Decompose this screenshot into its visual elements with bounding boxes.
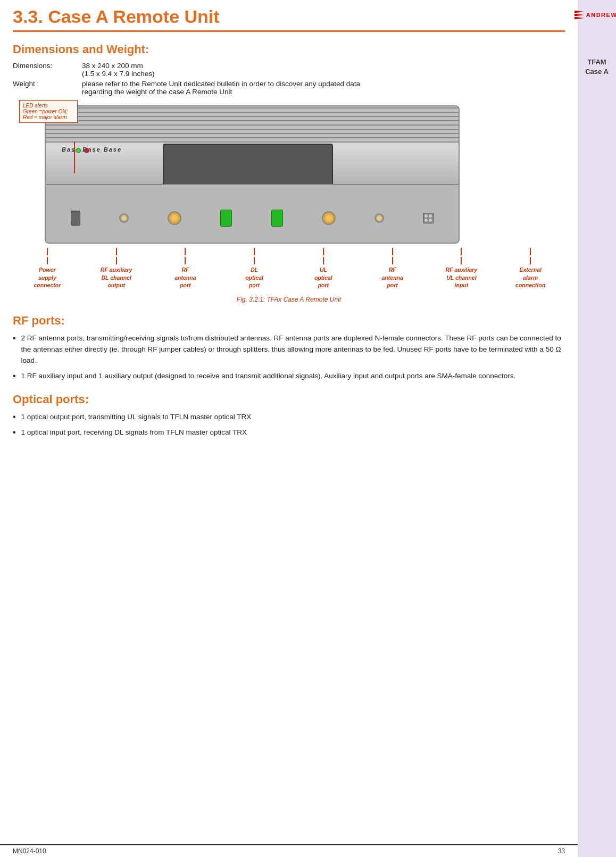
alarm-icon bbox=[423, 213, 434, 223]
display-area bbox=[163, 144, 333, 186]
footer-left: MN024-010 bbox=[13, 847, 46, 855]
optical-section-title: Optical ports: bbox=[13, 393, 565, 406]
ul-optical-connector bbox=[271, 210, 283, 227]
dl-optical-connector bbox=[220, 210, 232, 227]
brand-text: Base Base Base bbox=[62, 146, 122, 153]
port-label-2: RFantennaport bbox=[151, 248, 220, 289]
dim-label: Dimensions: bbox=[13, 62, 82, 78]
led-green bbox=[76, 148, 81, 153]
optical-bullet-2: 1 optical input port, receiving DL signa… bbox=[13, 427, 565, 438]
dl-optical-icon bbox=[220, 210, 232, 227]
dim-value1: 38 x 240 x 200 mm bbox=[82, 62, 155, 70]
optical-bullet-2-text: 1 optical input port, receiving DL signa… bbox=[21, 427, 247, 438]
port-label-0: Powersupplyconnector bbox=[13, 248, 82, 289]
sidebar-section-label: TFAM Case A bbox=[585, 57, 609, 77]
rf-aux-dl-connector bbox=[119, 213, 129, 223]
optical-bullet-1-text: 1 optical output port, transmitting UL s… bbox=[21, 412, 252, 423]
led-area bbox=[76, 148, 89, 153]
power-port-icon bbox=[71, 211, 80, 226]
optical-bullet-list: 1 optical output port, transmitting UL s… bbox=[13, 412, 565, 438]
andrew-logo: ANDREW. bbox=[580, 4, 614, 26]
port-labels-row: Powersupplyconnector RF auxiliaryDL chan… bbox=[13, 248, 565, 289]
port-label-3: DLopticalport bbox=[220, 248, 289, 289]
optical-section: Optical ports: 1 optical output port, tr… bbox=[13, 393, 565, 438]
rf-bullet-2-text: 1 RF auxiliary input and 1 auxiliary out… bbox=[21, 371, 516, 382]
page-footer: MN024-010 33 bbox=[0, 844, 578, 857]
port-label-4: ULopticalport bbox=[289, 248, 358, 289]
rf-antenna-right-icon bbox=[322, 211, 336, 225]
dimensions-row: Dimensions: 38 x 240 x 200 mm (1.5 x 9.4… bbox=[13, 62, 565, 78]
main-content: 3.3. Case A Remote Unit Dimensions and W… bbox=[0, 0, 578, 461]
rf-section: RF ports: 2 RF antenna ports, transmitti… bbox=[13, 314, 565, 382]
rf-bullet-1: 2 RF antenna ports, transmitting/receivi… bbox=[13, 333, 565, 367]
rf-aux-ul-icon bbox=[374, 213, 384, 223]
rf-bullet-list: 2 RF antenna ports, transmitting/receivi… bbox=[13, 333, 565, 382]
rf-section-title: RF ports: bbox=[13, 314, 565, 328]
diagram-container: LED alerts Green =power ON; Red = major … bbox=[13, 105, 565, 303]
weight-label: Weight : bbox=[13, 80, 82, 96]
rf-bullet-2: 1 RF auxiliary input and 1 auxiliary out… bbox=[13, 371, 565, 382]
port-label-1: RF auxiliaryDL channeloutput bbox=[82, 248, 151, 289]
alarm-connector bbox=[423, 213, 434, 223]
port-label-7: Externalalarmconnection bbox=[496, 248, 565, 289]
sidebar: ANDREW. TFAM Case A bbox=[578, 0, 616, 857]
dimensions-section-title: Dimensions and Weight: bbox=[13, 43, 565, 56]
rf-aux-dl-icon bbox=[119, 213, 129, 223]
rf-bullet-1-text: 2 RF antenna ports, transmitting/receivi… bbox=[21, 333, 565, 367]
rf-antenna-left-icon bbox=[168, 211, 181, 225]
port-label-5: RFantennaport bbox=[358, 248, 427, 289]
figure-caption: Fig. 3.2.1: TFAx Case A Remote Unit bbox=[13, 296, 565, 303]
port-label-6: RF auxiliaryUL channelinput bbox=[427, 248, 496, 289]
led-red bbox=[84, 148, 89, 153]
optical-bullet-1: 1 optical output port, transmitting UL s… bbox=[13, 412, 565, 423]
connectors-row bbox=[51, 210, 453, 227]
dimensions-section: Dimensions and Weight: Dimensions: 38 x … bbox=[13, 43, 565, 96]
weight-row: Weight : please refer to the Remote Unit… bbox=[13, 80, 565, 96]
dim-value2: (1.5 x 9.4 x 7.9 inches) bbox=[82, 70, 155, 78]
vent-top bbox=[46, 106, 459, 143]
device-image: Base Base Base bbox=[45, 105, 460, 244]
power-connector bbox=[71, 211, 80, 226]
page-title: 3.3. Case A Remote Unit bbox=[13, 6, 565, 27]
led-callout-arrow bbox=[74, 142, 75, 173]
page-header: 3.3. Case A Remote Unit bbox=[13, 6, 565, 32]
ul-optical-icon bbox=[271, 210, 283, 227]
weight-value: please refer to the Remote Unit dedicate… bbox=[82, 80, 390, 96]
rf-antenna-left-connector bbox=[168, 211, 181, 225]
led-callout-box: LED alerts Green =power ON; Red = major … bbox=[19, 100, 78, 123]
footer-right: 33 bbox=[558, 847, 565, 855]
rf-aux-ul-connector bbox=[374, 213, 384, 223]
rf-antenna-right-connector bbox=[322, 211, 336, 225]
dimensions-table: Dimensions: 38 x 240 x 200 mm (1.5 x 9.4… bbox=[13, 62, 565, 96]
connector-area bbox=[46, 184, 459, 243]
